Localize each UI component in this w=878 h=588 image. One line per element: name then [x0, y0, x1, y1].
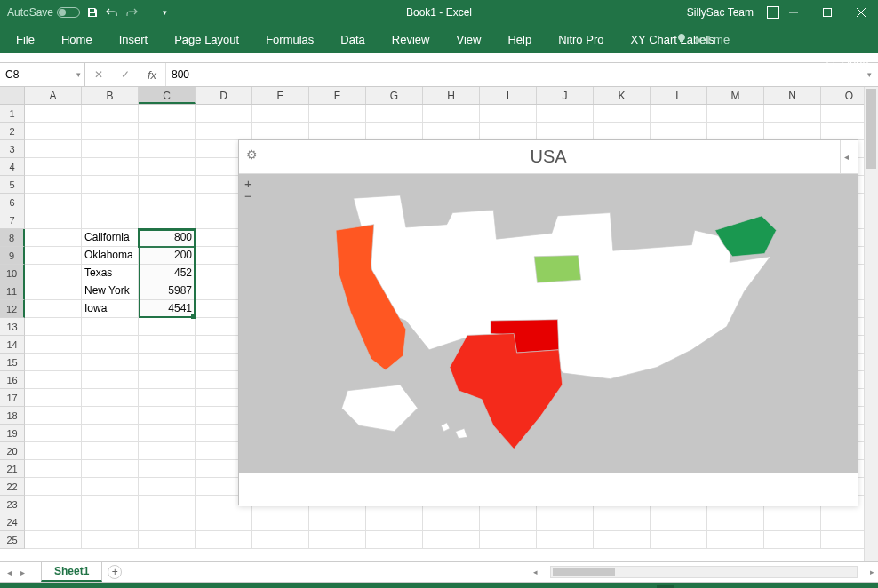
row-header-4[interactable]: 4	[0, 158, 25, 176]
save-icon[interactable]	[85, 5, 100, 20]
cell-A4[interactable]	[25, 158, 82, 176]
autosave-toggle[interactable]: AutoSave	[7, 6, 80, 19]
cell-C12[interactable]: 4541	[139, 300, 196, 318]
cell-I25[interactable]	[480, 531, 537, 549]
cell-N25[interactable]	[764, 531, 821, 549]
row-header-15[interactable]: 15	[0, 354, 25, 371]
row-header-5[interactable]: 5	[0, 176, 25, 194]
row-header-19[interactable]: 19	[0, 425, 25, 442]
cell-F2[interactable]	[309, 123, 366, 140]
hscroll-left-icon[interactable]: ◂	[533, 568, 538, 576]
row-header-12[interactable]: 12	[0, 300, 25, 318]
formula-input[interactable]	[165, 63, 860, 86]
cell-L2[interactable]	[651, 123, 707, 140]
cell-C19[interactable]	[139, 425, 196, 442]
cell-A17[interactable]	[25, 389, 82, 407]
cell-A23[interactable]	[25, 496, 82, 513]
cell-C6[interactable]	[139, 194, 196, 211]
cell-D2[interactable]	[196, 123, 252, 140]
hscroll-right-icon[interactable]: ▸	[870, 568, 874, 576]
row-header-7[interactable]: 7	[0, 211, 25, 229]
sheet-nav-next-icon[interactable]: ▸	[20, 568, 25, 577]
row-header-6[interactable]: 6	[0, 194, 25, 211]
cell-L1[interactable]	[651, 105, 707, 123]
cell-K2[interactable]	[594, 123, 651, 140]
cell-H25[interactable]	[423, 531, 480, 549]
cell-B8[interactable]: California	[82, 229, 139, 247]
row-header-2[interactable]: 2	[0, 123, 25, 140]
cell-A20[interactable]	[25, 442, 82, 460]
cell-B1[interactable]	[82, 105, 139, 123]
cell-B12[interactable]: Iowa	[82, 300, 139, 318]
cell-C18[interactable]	[139, 407, 196, 425]
cell-A21[interactable]	[25, 460, 82, 478]
share-button[interactable]: Share	[826, 54, 873, 68]
ribbon-tab-file[interactable]: File	[16, 33, 35, 46]
col-header-H[interactable]: H	[423, 87, 480, 104]
cell-A7[interactable]	[25, 211, 82, 229]
cell-E1[interactable]	[252, 105, 309, 123]
cell-B24[interactable]	[82, 513, 139, 531]
cell-M2[interactable]	[707, 123, 764, 140]
cell-A2[interactable]	[25, 123, 82, 140]
row-header-9[interactable]: 9	[0, 247, 25, 265]
cell-G1[interactable]	[366, 105, 423, 123]
cell-C11[interactable]: 5987	[139, 282, 196, 300]
cell-D25[interactable]	[196, 531, 252, 549]
map-canvas[interactable]: + −	[239, 174, 858, 473]
minimize-button[interactable]	[777, 0, 810, 25]
vertical-scrollbar[interactable]	[864, 87, 878, 561]
ribbon-tab-page-layout[interactable]: Page Layout	[174, 33, 239, 46]
cell-I1[interactable]	[480, 105, 537, 123]
redo-icon[interactable]	[124, 5, 139, 20]
cell-B2[interactable]	[82, 123, 139, 140]
qat-customize-icon[interactable]: ▾	[157, 5, 172, 20]
sheet-nav-prev-icon[interactable]: ◂	[7, 568, 12, 577]
cell-C3[interactable]	[139, 140, 196, 158]
cell-B3[interactable]	[82, 140, 139, 158]
col-header-G[interactable]: G	[366, 87, 423, 104]
row-header-11[interactable]: 11	[0, 282, 25, 300]
cell-B7[interactable]	[82, 211, 139, 229]
row-header-10[interactable]: 10	[0, 265, 25, 282]
select-all-corner[interactable]	[0, 87, 25, 104]
ribbon-tab-home[interactable]: Home	[61, 33, 92, 46]
cell-B5[interactable]	[82, 176, 139, 194]
ribbon-tab-data[interactable]: Data	[340, 33, 364, 46]
cell-K25[interactable]	[594, 531, 651, 549]
row-header-1[interactable]: 1	[0, 105, 25, 123]
cell-M25[interactable]	[707, 531, 764, 549]
cell-J24[interactable]	[537, 513, 594, 531]
cell-A22[interactable]	[25, 478, 82, 496]
user-name[interactable]: SillySac Team	[687, 6, 754, 19]
cell-A12[interactable]	[25, 300, 82, 318]
maximize-button[interactable]	[810, 0, 844, 25]
close-button[interactable]	[844, 0, 878, 25]
col-header-C[interactable]: C	[139, 87, 196, 104]
cell-C8[interactable]: 800	[139, 229, 196, 247]
row-header-25[interactable]: 25	[0, 531, 25, 549]
cell-B25[interactable]	[82, 531, 139, 549]
cell-A25[interactable]	[25, 531, 82, 549]
sheet-tab-sheet1[interactable]: Sheet1	[41, 562, 102, 582]
ribbon-tab-insert[interactable]: Insert	[119, 33, 148, 46]
cell-C9[interactable]: 200	[139, 247, 196, 265]
cell-C20[interactable]	[139, 442, 196, 460]
cell-B13[interactable]	[82, 318, 139, 336]
cell-C23[interactable]	[139, 496, 196, 513]
horizontal-scrollbar[interactable]: ◂ ▸	[533, 562, 874, 582]
cell-A11[interactable]	[25, 282, 82, 300]
cell-C4[interactable]	[139, 158, 196, 176]
col-header-F[interactable]: F	[309, 87, 366, 104]
cell-B10[interactable]: Texas	[82, 265, 139, 282]
enter-formula-icon[interactable]: ✓	[112, 68, 139, 81]
row-header-8[interactable]: 8	[0, 229, 25, 247]
row-header-21[interactable]: 21	[0, 460, 25, 478]
worksheet-grid[interactable]: A B C D E F G H I J K L M N O 12345678Ca…	[0, 87, 878, 561]
undo-icon[interactable]	[105, 5, 119, 20]
cell-L25[interactable]	[651, 531, 707, 549]
col-header-N[interactable]: N	[764, 87, 821, 104]
col-header-I[interactable]: I	[480, 87, 537, 104]
fx-icon[interactable]: fx	[139, 68, 165, 82]
cell-J1[interactable]	[537, 105, 594, 123]
